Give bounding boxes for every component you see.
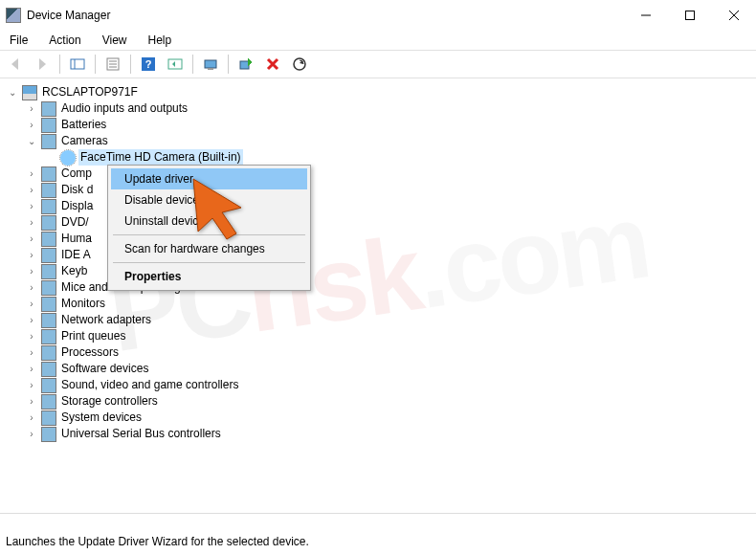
menu-file[interactable]: File: [6, 32, 32, 49]
ctx-uninstall-device[interactable]: Uninstall device: [111, 211, 307, 232]
close-button[interactable]: [712, 0, 756, 31]
tree-item-13[interactable]: ›Print queues: [0, 328, 756, 344]
device-icon: [41, 166, 56, 182]
tree-item-label: Monitors: [59, 296, 107, 312]
tree-item-label: Storage controllers: [59, 393, 160, 410]
expand-toggle-icon[interactable]: ›: [25, 312, 38, 328]
tree-item-0[interactable]: ›Audio inputs and outputs: [0, 100, 756, 117]
context-menu: Update driver Disable device Uninstall d…: [107, 165, 311, 291]
device-icon: [41, 378, 56, 393]
device-icon: [41, 410, 56, 426]
tree-item-label: Displa: [59, 198, 95, 214]
expand-toggle-icon[interactable]: ›: [25, 377, 38, 393]
ctx-update-driver[interactable]: Update driver: [111, 168, 307, 189]
tree-item-label: IDE A: [59, 247, 93, 263]
tree-item-label: Keyb: [59, 263, 89, 279]
back-button[interactable]: [4, 53, 27, 76]
tree-item-selected-device[interactable]: FaceTime HD Camera (Built-in): [0, 149, 756, 166]
tree-item-label: Audio inputs and outputs: [59, 100, 189, 117]
tree-item-1[interactable]: ›Batteries: [0, 117, 756, 133]
action-button[interactable]: [164, 53, 187, 76]
toolbar: ?: [0, 50, 756, 78]
expand-toggle-icon[interactable]: ›: [25, 410, 38, 426]
expand-toggle-icon[interactable]: ›: [25, 328, 38, 344]
expand-toggle-icon[interactable]: ›: [25, 263, 38, 279]
device-icon: [41, 134, 56, 149]
tree-item-14[interactable]: ›Processors: [0, 344, 756, 361]
tree-item-15[interactable]: ›Software devices: [0, 361, 756, 377]
disable-device-button[interactable]: [234, 53, 257, 76]
tree-item-12[interactable]: ›Network adapters: [0, 312, 756, 328]
menu-action[interactable]: Action: [45, 32, 84, 49]
titlebar: Device Manager: [0, 0, 756, 31]
ctx-label-disable: Disable device: [124, 193, 199, 207]
device-icon: [41, 232, 56, 247]
expand-toggle-icon[interactable]: ›: [25, 117, 38, 133]
expand-toggle-icon[interactable]: ›: [25, 198, 38, 214]
tree-item-label: Print queues: [59, 328, 127, 344]
expand-toggle-icon[interactable]: ›: [25, 296, 38, 312]
ctx-scan-hardware[interactable]: Scan for hardware changes: [111, 238, 307, 259]
device-manager-icon: [6, 8, 21, 23]
uninstall-device-button[interactable]: [261, 53, 284, 76]
tree-item-label: Huma: [59, 231, 94, 247]
menu-help[interactable]: Help: [145, 32, 176, 49]
tree-item-16[interactable]: ›Sound, video and game controllers: [0, 377, 756, 393]
tree-item-2[interactable]: ⌄Cameras: [0, 133, 756, 149]
ctx-label-properties: Properties: [124, 270, 181, 283]
menu-view[interactable]: View: [99, 32, 131, 49]
tree-item-label: DVD/: [59, 214, 91, 231]
expand-toggle-icon[interactable]: ›: [25, 214, 38, 231]
tree-root[interactable]: ⌄RCSLAPTOP971F: [0, 84, 756, 100]
expand-toggle-icon[interactable]: ›: [25, 100, 38, 117]
window-title: Device Manager: [27, 9, 110, 22]
tree-item-label: RCSLAPTOP971F: [40, 84, 140, 100]
maximize-button[interactable]: [668, 0, 712, 31]
device-icon: [41, 264, 56, 279]
expand-toggle-icon[interactable]: ›: [25, 393, 38, 410]
device-icon: [41, 248, 56, 263]
device-icon: [41, 427, 56, 442]
properties-button[interactable]: [101, 53, 124, 76]
expand-toggle-icon[interactable]: ›: [25, 344, 38, 361]
svg-rect-1: [686, 11, 695, 20]
expand-toggle-icon[interactable]: ›: [25, 231, 38, 247]
tree-item-17[interactable]: ›Storage controllers: [0, 393, 756, 410]
menubar: File Action View Help: [0, 31, 756, 50]
tree-item-label: Universal Serial Bus controllers: [59, 426, 223, 442]
tree-item-label: Network adapters: [59, 312, 153, 328]
expand-toggle-icon[interactable]: ›: [25, 247, 38, 263]
update-driver-button[interactable]: [199, 53, 222, 76]
forward-button[interactable]: [31, 53, 54, 76]
ctx-properties[interactable]: Properties: [111, 266, 307, 287]
device-icon: [22, 85, 37, 100]
expand-toggle-icon[interactable]: ›: [25, 426, 38, 442]
ctx-label-scan: Scan for hardware changes: [124, 242, 265, 255]
device-icon: [41, 183, 56, 198]
tree-item-label: Batteries: [59, 117, 108, 133]
status-bar: Launches the Update Driver Wizard for th…: [0, 531, 756, 554]
show-hide-console-tree-button[interactable]: [66, 53, 89, 76]
tree-item-label: Comp: [59, 166, 94, 182]
expand-toggle-icon[interactable]: ›: [25, 182, 38, 198]
svg-rect-15: [240, 61, 249, 69]
device-tree[interactable]: ⌄RCSLAPTOP971F›Audio inputs and outputs›…: [0, 78, 756, 514]
tree-item-19[interactable]: ›Universal Serial Bus controllers: [0, 426, 756, 442]
expand-toggle-icon[interactable]: ›: [25, 279, 38, 296]
tree-item-11[interactable]: ›Monitors: [0, 296, 756, 312]
expand-toggle-icon[interactable]: ⌄: [25, 133, 38, 149]
scan-hardware-button[interactable]: [288, 53, 311, 76]
tree-item-18[interactable]: ›System devices: [0, 410, 756, 426]
ctx-label-uninstall: Uninstall device: [124, 214, 205, 228]
expand-toggle-icon[interactable]: ⌄: [6, 84, 19, 100]
expand-toggle-icon[interactable]: ›: [25, 166, 38, 182]
device-icon: [60, 150, 76, 166]
device-icon: [41, 215, 56, 231]
svg-rect-13: [205, 60, 216, 68]
expand-toggle-icon[interactable]: ›: [25, 361, 38, 377]
help-button[interactable]: ?: [137, 53, 160, 76]
minimize-button[interactable]: [624, 0, 668, 31]
ctx-disable-device[interactable]: Disable device: [111, 189, 307, 211]
device-icon: [41, 329, 56, 344]
svg-rect-4: [71, 59, 84, 69]
